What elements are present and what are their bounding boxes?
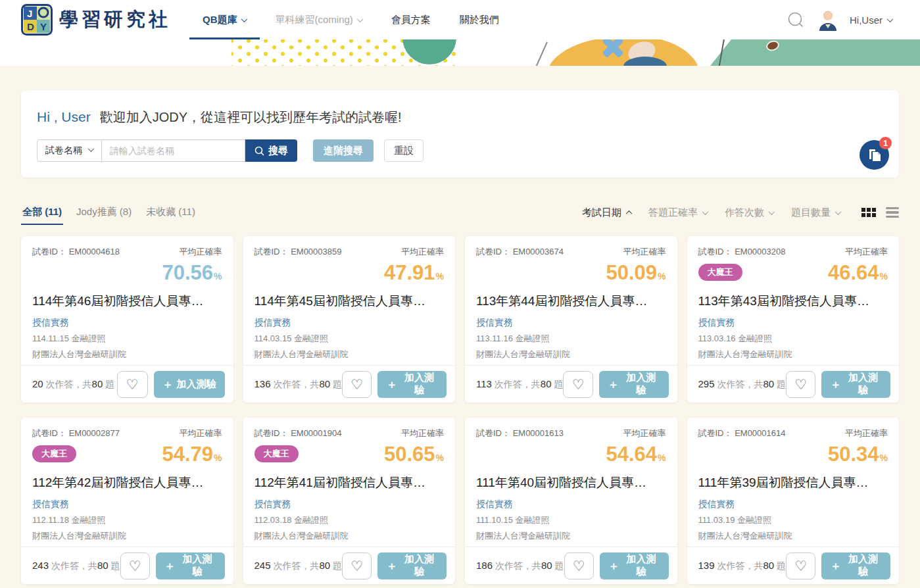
accuracy-value: 47.91%: [384, 262, 444, 283]
boss-badge: 大魔王: [698, 264, 742, 281]
attempt-stats: 245 次作答，共80 題: [254, 560, 343, 572]
heart-icon: ♡: [794, 378, 807, 391]
exam-title[interactable]: 114年第45屆初階授信人員專…: [254, 293, 445, 310]
exam-title[interactable]: 111年第39屆初階授信人員專…: [698, 474, 888, 491]
plus-icon: ＋: [608, 377, 619, 392]
accuracy-value: 54.79%: [162, 444, 222, 464]
category-link[interactable]: 授信實務: [476, 499, 513, 510]
tab-0[interactable]: 全部 (11): [21, 200, 63, 225]
exam-title[interactable]: 111年第40屆初階授信人員專…: [476, 474, 666, 491]
favorite-button[interactable]: ♡: [342, 371, 372, 398]
exam-title[interactable]: 114年第46屆初階授信人員專…: [32, 293, 222, 310]
nav-item-1[interactable]: 單科練習(coming): [261, 0, 377, 39]
exam-date: 112.03.18 金融證照: [254, 514, 445, 526]
heart-icon: ♡: [351, 559, 363, 573]
accuracy-label: 平均正確率: [623, 428, 666, 439]
exam-card-grid: 試卷ID： EM00004618 平均正確率 70.56% 114年第46屆初階…: [21, 236, 899, 584]
basket-count-badge: 1: [879, 137, 892, 149]
tab-2[interactable]: 未收藏 (11): [145, 200, 197, 225]
exam-title[interactable]: 113年第43屆初階授信人員專…: [698, 293, 888, 310]
plus-icon: ＋: [830, 558, 841, 574]
add-to-quiz-button[interactable]: ＋加入測驗: [154, 371, 225, 398]
exam-id: 試卷ID： EM00001904: [254, 428, 342, 439]
favorite-button[interactable]: ♡: [786, 371, 815, 398]
main-nav: QB題庫單科練習(coming)會員方案關於我們: [188, 0, 514, 39]
category-link[interactable]: 授信實務: [698, 499, 735, 510]
search-button[interactable]: 搜尋: [245, 139, 297, 162]
chevron-down-icon: [356, 16, 363, 22]
sort-label: 作答次數: [725, 207, 764, 219]
tab-1[interactable]: Jody推薦 (8): [75, 200, 133, 225]
avatar[interactable]: [817, 9, 839, 31]
search-input[interactable]: [102, 139, 245, 162]
favorite-button[interactable]: ♡: [117, 371, 148, 398]
exam-card: 試卷ID： EM00003208 平均正確率 大魔王 46.64% 113年第4…: [687, 236, 900, 403]
search-icon[interactable]: [785, 9, 806, 30]
hero-banner: [0, 39, 920, 66]
copy-document-icon: [867, 147, 883, 163]
exam-organizer: 財團法人台灣金融研訓院: [254, 349, 445, 360]
heart-icon: ♡: [572, 378, 585, 391]
accuracy-value: 50.34%: [828, 444, 888, 464]
boss-badge: 大魔王: [254, 445, 299, 462]
exam-date: 111.03.19 金融證照: [698, 514, 888, 526]
quiz-basket-button[interactable]: 1: [859, 140, 889, 170]
favorite-button[interactable]: ♡: [564, 552, 594, 579]
exam-card: 試卷ID： EM00003674 平均正確率 50.09% 113年第44屆初階…: [465, 236, 677, 403]
add-to-quiz-button[interactable]: ＋加入測驗: [377, 371, 447, 398]
exam-title[interactable]: 113年第44屆初階授信人員專…: [476, 293, 666, 310]
exam-card: 試卷ID： EM00002877 平均正確率 大魔王 54.79% 112年第4…: [21, 418, 233, 584]
sort-2[interactable]: 作答次數: [725, 207, 774, 219]
nav-item-3[interactable]: 關於我們: [445, 0, 514, 39]
sort-label: 題目數量: [791, 207, 831, 219]
category-link[interactable]: 授信實務: [32, 317, 69, 329]
exam-title[interactable]: 112年第42屆初階授信人員專…: [32, 474, 222, 491]
reset-button[interactable]: 重設: [384, 139, 424, 162]
brand[interactable]: J D Y 學習研究社: [21, 4, 171, 36]
add-to-quiz-button[interactable]: ＋加入測驗: [377, 552, 447, 579]
add-to-quiz-button[interactable]: ＋加入測驗: [821, 371, 890, 398]
accuracy-value: 50.09%: [606, 262, 666, 283]
category-link[interactable]: 授信實務: [32, 499, 69, 510]
add-to-quiz-button[interactable]: ＋加入測驗: [821, 552, 890, 579]
exam-organizer: 財團法人台灣金融研訓院: [254, 530, 445, 542]
heart-icon: ♡: [126, 378, 139, 391]
list-view-icon[interactable]: [886, 207, 899, 218]
grid-view-icon[interactable]: [861, 208, 876, 217]
favorite-button[interactable]: ♡: [786, 552, 815, 579]
magnifier-icon: [254, 146, 264, 156]
welcome-greeting: Hi , User: [37, 109, 91, 125]
search-type-select[interactable]: 試卷名稱: [37, 139, 102, 162]
favorite-button[interactable]: ♡: [120, 552, 150, 579]
exam-card: 試卷ID： EM00003859 平均正確率 47.91% 114年第45屆初階…: [243, 236, 456, 403]
accuracy-label: 平均正確率: [401, 246, 444, 258]
favorite-button[interactable]: ♡: [563, 371, 593, 398]
exam-date: 112.11.18 金融證照: [32, 514, 222, 526]
nav-item-0[interactable]: QB題庫: [188, 0, 261, 39]
sort-1[interactable]: 答題正確率: [648, 207, 708, 219]
svg-text:J: J: [27, 8, 32, 19]
attempt-stats: 243 次作答，共80 題: [32, 560, 120, 572]
category-link[interactable]: 授信實務: [476, 317, 513, 329]
add-to-quiz-button[interactable]: ＋加入測驗: [156, 552, 225, 579]
exam-organizer: 財團法人台灣金融研訓院: [476, 349, 666, 360]
category-link[interactable]: 授信實務: [254, 317, 291, 329]
chevron-down-icon: [769, 208, 775, 215]
plus-icon: ＋: [386, 558, 397, 574]
sort-3[interactable]: 題目數量: [791, 207, 840, 219]
sort-0[interactable]: 考試日期: [582, 207, 631, 219]
add-to-quiz-button[interactable]: ＋加入測驗: [599, 371, 668, 398]
exam-card: 試卷ID： EM00001904 平均正確率 大魔王 50.65% 112年第4…: [243, 418, 456, 584]
nav-item-label: QB題庫: [203, 14, 237, 26]
add-to-quiz-button[interactable]: ＋加入測驗: [600, 552, 669, 579]
advanced-search-button[interactable]: 進階搜尋: [313, 139, 374, 162]
nav-item-2[interactable]: 會員方案: [377, 0, 445, 39]
exam-title[interactable]: 112年第41屆初階授信人員專…: [254, 474, 445, 491]
category-link[interactable]: 授信實務: [254, 499, 291, 510]
tabs: 全部 (11)Jody推薦 (8)未收藏 (11): [21, 200, 197, 225]
favorite-button[interactable]: ♡: [342, 552, 372, 579]
accuracy-label: 平均正確率: [623, 246, 666, 258]
category-link[interactable]: 授信實務: [698, 317, 735, 329]
user-menu[interactable]: Hi,User: [850, 14, 892, 26]
exam-id: 試卷ID： EM00004618: [32, 246, 120, 258]
